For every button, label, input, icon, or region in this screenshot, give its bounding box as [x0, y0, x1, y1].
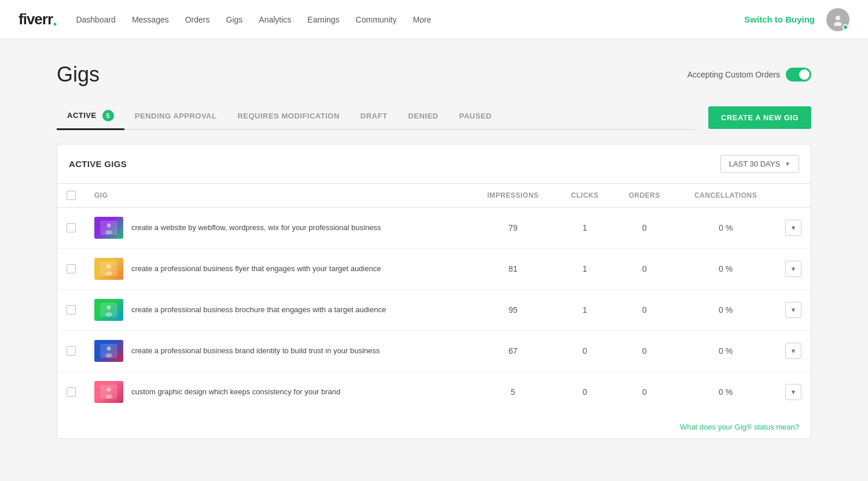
table-row: create a website by webflow, wordpress, …: [57, 208, 811, 249]
row-checkbox-2[interactable]: [67, 264, 76, 273]
table-footer: What does your Gig® status mean?: [57, 412, 811, 438]
row-action-button-2[interactable]: ▼: [785, 261, 801, 277]
svg-point-1: [834, 22, 842, 26]
select-all-checkbox[interactable]: [67, 191, 76, 200]
logo-text: fiverr: [19, 10, 53, 28]
gig-thumbnail-1: [94, 217, 123, 239]
row-action-cell: ▼: [776, 290, 811, 331]
row-checkbox-1[interactable]: [67, 223, 76, 232]
row-action-button-5[interactable]: ▼: [785, 384, 801, 400]
row-impressions: 67: [470, 331, 557, 372]
row-checkbox-cell: [57, 331, 85, 372]
chevron-down-icon: ▼: [790, 224, 797, 231]
gig-thumbnail-5: [94, 381, 123, 403]
tab-paused[interactable]: PAUSED: [448, 105, 502, 127]
table-row: create a professional business brand ide…: [57, 331, 811, 372]
row-checkbox-cell: [57, 249, 85, 290]
avatar[interactable]: [826, 8, 849, 31]
row-cancellations: 0 %: [675, 249, 776, 290]
active-gigs-table-section: ACTIVE GIGS LAST 30 DAYS ▼ GIG IMPRESSIO…: [57, 144, 811, 439]
svg-point-7: [105, 271, 112, 275]
svg-point-15: [106, 387, 111, 391]
header-gig: GIG: [85, 184, 470, 208]
row-gig-cell: create a website by webflow, wordpress, …: [85, 208, 470, 249]
svg-point-16: [105, 394, 112, 398]
svg-point-3: [106, 223, 111, 227]
gig-title-text: create a professional business brochure …: [131, 304, 386, 316]
row-cancellations: 0 %: [675, 290, 776, 331]
nav-gigs[interactable]: Gigs: [226, 13, 243, 27]
chevron-down-icon: ▼: [790, 347, 797, 354]
gig-thumbnail-3: [94, 299, 123, 321]
gig-thumb-image: [94, 299, 123, 321]
row-gig-cell: create a professional business flyer tha…: [85, 249, 470, 290]
logo-dot: .: [53, 11, 57, 28]
row-impressions: 81: [470, 249, 557, 290]
row-impressions: 95: [470, 290, 557, 331]
main-nav: Dashboard Messages Orders Gigs Analytics…: [76, 13, 744, 27]
header-cancellations: CANCELLATIONS: [675, 184, 776, 208]
gig-title-text: create a website by webflow, wordpress, …: [131, 222, 381, 234]
row-action-button-3[interactable]: ▼: [785, 302, 801, 318]
row-impressions: 5: [470, 372, 557, 413]
header-impressions: IMPRESSIONS: [470, 184, 557, 208]
switch-to-buying-button[interactable]: Switch to Buying: [744, 14, 815, 24]
gig-status-link[interactable]: What does your Gig® status mean?: [680, 423, 799, 431]
row-action-cell: ▼: [776, 372, 811, 413]
table-row: create a professional business brochure …: [57, 290, 811, 331]
svg-point-13: [105, 353, 112, 357]
gig-title-text: custom graphic design which keeps consis…: [131, 386, 340, 398]
nav-community[interactable]: Community: [356, 13, 397, 27]
create-gig-button[interactable]: CREATE A NEW GIG: [708, 106, 811, 129]
header-clicks: CLICKS: [556, 184, 613, 208]
filter-dropdown[interactable]: LAST 30 DAYS ▼: [720, 155, 799, 173]
nav-messages[interactable]: Messages: [132, 13, 169, 27]
nav-earnings[interactable]: Earnings: [307, 13, 339, 27]
tab-denied[interactable]: DENIED: [398, 105, 448, 127]
chevron-down-icon: ▼: [790, 388, 797, 395]
row-action-cell: ▼: [776, 331, 811, 372]
row-checkbox-cell: [57, 290, 85, 331]
table-section-title: ACTIVE GIGS: [69, 159, 127, 169]
row-checkbox-cell: [57, 372, 85, 413]
tab-pending-approval[interactable]: PENDING APPROVAL: [124, 105, 227, 127]
row-checkbox-3[interactable]: [67, 305, 76, 314]
nav-dashboard[interactable]: Dashboard: [76, 13, 116, 27]
gig-thumbnail-2: [94, 258, 123, 280]
main-header: fiverr. Dashboard Messages Orders Gigs A…: [0, 0, 868, 39]
nav-analytics[interactable]: Analytics: [259, 13, 291, 27]
row-clicks: 1: [556, 249, 613, 290]
tab-active[interactable]: ACTIVE 5: [57, 103, 124, 130]
logo[interactable]: fiverr.: [19, 10, 57, 28]
row-clicks: 1: [556, 208, 613, 249]
active-tab-badge: 5: [102, 110, 114, 121]
avatar-online-indicator: [843, 24, 848, 30]
chevron-down-icon: ▼: [790, 306, 797, 313]
row-action-button-4[interactable]: ▼: [785, 343, 801, 359]
header-right: Switch to Buying: [744, 8, 849, 31]
row-checkbox-cell: [57, 208, 85, 249]
row-action-button-1[interactable]: ▼: [785, 220, 801, 236]
accepting-orders-toggle[interactable]: [786, 68, 811, 82]
nav-orders[interactable]: Orders: [185, 13, 210, 27]
chevron-down-icon: ▼: [790, 265, 797, 272]
gigs-table: GIG IMPRESSIONS CLICKS ORDERS CANCELLATI…: [57, 184, 811, 412]
tab-requires-modification[interactable]: REQUIRES MODIFICATION: [227, 105, 350, 127]
page-title: Gigs: [57, 62, 100, 87]
svg-point-12: [106, 346, 111, 350]
accepting-orders-section: Accepting Custom Orders: [687, 68, 811, 82]
row-orders: 0: [613, 208, 675, 249]
row-cancellations: 0 %: [675, 208, 776, 249]
row-orders: 0: [613, 290, 675, 331]
row-checkbox-5[interactable]: [67, 387, 76, 397]
svg-point-4: [105, 230, 112, 234]
nav-more[interactable]: More: [413, 13, 431, 27]
gigs-tabs: ACTIVE 5 PENDING APPROVAL REQUIRES MODIF…: [57, 103, 694, 130]
tab-draft[interactable]: DRAFT: [350, 105, 398, 127]
svg-point-6: [106, 264, 111, 268]
table-header-row: GIG IMPRESSIONS CLICKS ORDERS CANCELLATI…: [57, 184, 811, 208]
gig-title-text: create a professional business flyer tha…: [131, 263, 381, 275]
row-clicks: 0: [556, 331, 613, 372]
row-checkbox-4[interactable]: [67, 346, 76, 356]
row-gig-cell: create a professional business brand ide…: [85, 331, 470, 372]
